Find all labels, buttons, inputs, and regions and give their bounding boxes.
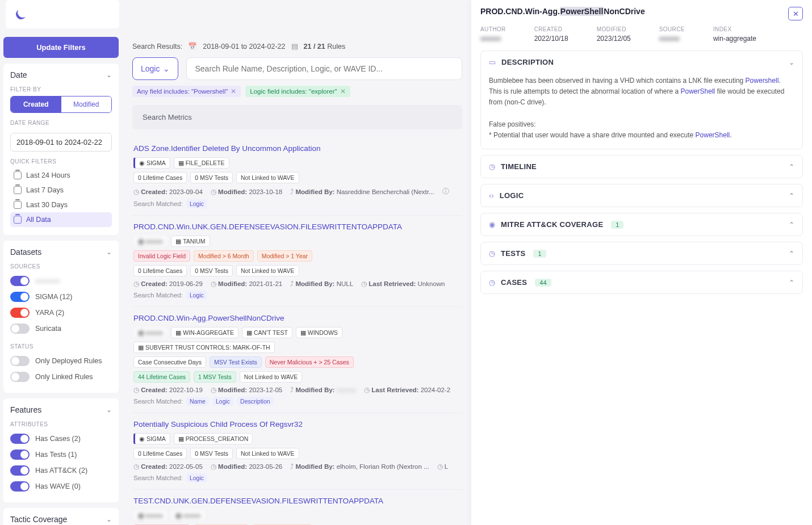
rule-stat-tag: 0 MSV Tests [190, 448, 233, 459]
accordion-header[interactable]: ◉MITRE ATT&CK COVERAGE1⌃ [481, 213, 802, 236]
rule-meta: ◷ Created: 2022-05-05◷ Modified: 2023-05… [133, 463, 461, 471]
search-matched: Search Matched:Logic [133, 291, 461, 300]
rule-item: PROD.CND.Win-Agg.PowerShellNonCDrive▦ xx… [132, 306, 462, 413]
meta-label: SOURCE [659, 26, 685, 32]
quick-filter-last-24-hours[interactable]: Last 24 Hours [10, 168, 112, 183]
rule-tag: ▦ CAN'T TEST [242, 327, 292, 338]
document-icon: ▭ [489, 58, 496, 66]
rule-meta: ◷ Created: 2019-06-29◷ Modified: 2021-01… [133, 280, 461, 288]
accordion-header[interactable]: ‹›LOGIC⌃ [481, 184, 802, 207]
rule-tag: ▦ SUBVERT TRUST CONTROLS: MARK-OF-TH [133, 342, 275, 353]
theme-toggle-icon[interactable] [14, 7, 27, 20]
rule-stat-tag: Not Linked to WAVE [236, 172, 299, 183]
toggle[interactable] [10, 434, 30, 444]
date-range-input[interactable] [10, 133, 112, 152]
accordion-logic: ‹›LOGIC⌃ [480, 184, 803, 207]
date-panel: Date ⌄ FILTER BY Created Modified DATE R… [3, 64, 119, 235]
accordion-mitre-att-ck-coverage: ◉MITRE ATT&CK COVERAGE1⌃ [480, 213, 803, 236]
search-input[interactable] [186, 57, 462, 80]
features-panel-header[interactable]: Features ⌄ [10, 405, 112, 414]
quick-filters-label: QUICK FILTERS [10, 158, 112, 165]
search-metrics-panel[interactable]: Search Metrics [132, 105, 462, 129]
seg-created[interactable]: Created [11, 96, 61, 112]
date-heading: Date [10, 70, 27, 79]
section-icon: ◷ [489, 249, 495, 258]
rule-title[interactable]: TEST.CND.UNK.GEN.DEFENSEEVASION.FILESWRI… [133, 497, 461, 505]
accordion-timeline: ◷TIMELINE⌃ [480, 155, 803, 178]
date-panel-header[interactable]: Date ⌄ [10, 70, 112, 79]
accordion-header[interactable]: ◷TESTS1⌃ [481, 242, 802, 264]
filter-by-label: FILTER BY [10, 86, 112, 93]
rule-stat-tag: Not Linked to WAVE [236, 448, 299, 459]
rule-stat-tag: 44 Lifetime Cases [133, 371, 190, 383]
quick-filter-last-30-days[interactable]: Last 30 Days [10, 198, 112, 212]
rule-stat-tag: Not Linked to WAVE [240, 371, 303, 383]
accordion-cases: ◷CASES44⌃ [480, 271, 803, 294]
toggle[interactable] [10, 465, 30, 476]
chevron-down-icon: ⌄ [106, 71, 112, 79]
toggle[interactable] [10, 481, 30, 492]
rule-stat-tag: 0 MSV Tests [190, 172, 233, 183]
rule-title[interactable]: Potentially Suspicious Child Process Of … [133, 420, 461, 429]
rule-stat-tag: Not Linked to WAVE [236, 265, 299, 276]
search-results-summary: Search Results: 📅 2018-09-01 to 2024-02-… [132, 42, 462, 51]
source-toggle: SIGMA (12) [10, 289, 112, 305]
close-icon[interactable]: ✕ [340, 87, 346, 95]
meta-label: MODIFIED [597, 26, 631, 32]
section-icon: ◉ [489, 220, 495, 229]
logic-dropdown[interactable]: Logic ⌄ [132, 57, 178, 80]
rule-warn-tag: Modified > 1 Year [257, 250, 312, 262]
toggle[interactable] [10, 308, 30, 318]
rule-tag: ▦ PROCESS_CREATION [174, 433, 253, 444]
sr-range: 2018-09-01 to 2024-02-22 [203, 43, 285, 51]
toggle[interactable] [10, 356, 30, 366]
datasets-panel-header[interactable]: Datasets ⌄ [10, 247, 112, 257]
status-label: STATUS [10, 343, 112, 350]
rule-warn-tag: Modified > 6 Month [194, 250, 254, 262]
filter-chip-any[interactable]: Any field includes: "Powershell"✕ [132, 86, 241, 97]
list-icon: ▤ [291, 42, 298, 51]
rule-title[interactable]: PROD.CND.Win-Agg.PowerShellNonCDrive [133, 314, 461, 322]
close-icon[interactable]: ✕ [231, 87, 236, 95]
source-toggle: Suricata [10, 321, 112, 337]
chevron-down-icon: ⌄ [163, 64, 170, 73]
quick-filter-last-7-days[interactable]: Last 7 Days [10, 183, 112, 198]
date-range-label: DATE RANGE [10, 120, 112, 126]
meta-value: win-aggregate [713, 35, 756, 43]
created-modified-toggle[interactable]: Created Modified [10, 96, 112, 113]
meta-label: INDEX [713, 26, 756, 32]
datasets-panel: Datasets ⌄ SOURCES xxxxxxxSIGMA (12)YARA… [3, 241, 119, 393]
section-icon: ◷ [489, 278, 495, 287]
count-badge: 1 [611, 221, 623, 229]
meta-value: 2023/12/05 [597, 35, 631, 43]
accordion-header[interactable]: ◷TIMELINE⌃ [481, 156, 802, 178]
rule-warn-tag: Never Malicious + > 25 Cases [265, 356, 354, 368]
search-matched: Search Matched:Logic [133, 199, 461, 208]
accordion-header[interactable]: ◷CASES44⌃ [481, 271, 802, 293]
update-filters-button[interactable]: Update Filters [3, 37, 119, 58]
rule-tag: ▦ TANIUM [171, 236, 210, 247]
description-header[interactable]: ▭DESCRIPTION ⌄ [481, 51, 802, 73]
sr-count: 21 / 21 [304, 43, 325, 51]
toggle[interactable] [10, 292, 30, 302]
filter-chip-logic[interactable]: Logic field includes: "explorer"✕ [245, 86, 350, 97]
seg-modified[interactable]: Modified [61, 96, 112, 112]
toggle[interactable] [10, 324, 30, 334]
rule-tag: ▦ xxxxxx [133, 327, 168, 338]
meta-value: xxxxxx [480, 35, 506, 43]
rule-stat-tag: 0 Lifetime Cases [133, 172, 187, 183]
rule-title[interactable]: PROD.CND.Win.UNK.GEN.DEFENSEEVASION.FILE… [133, 222, 461, 231]
tactic-panel-header[interactable]: Tactic Coverage ⌄ [10, 515, 112, 524]
close-detail-button[interactable]: ✕ [788, 7, 803, 20]
description-accordion: ▭DESCRIPTION ⌄ Bumblebee has been observ… [480, 51, 803, 149]
quick-filter-all-data[interactable]: All Data [10, 212, 112, 227]
detail-title: PROD.CND.Win-Agg.PowerShellNonCDrive [480, 7, 645, 16]
rule-tag: ▦ WINDOWS [296, 327, 342, 338]
toggle[interactable] [10, 450, 30, 460]
rule-item: PROD.CND.Win.UNK.GEN.DEFENSEEVASION.FILE… [132, 215, 462, 306]
rule-title[interactable]: ADS Zone.Identifier Deleted By Uncommon … [133, 144, 461, 153]
toggle[interactable] [10, 372, 30, 382]
toggle[interactable] [10, 276, 30, 286]
count-badge: 44 [535, 279, 551, 287]
chevron-down-icon: ⌄ [789, 58, 794, 66]
